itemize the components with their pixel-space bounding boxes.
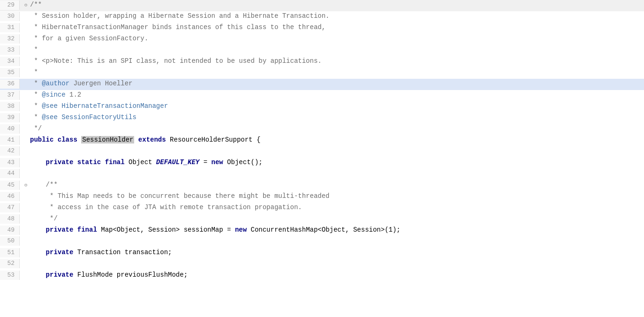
code-line: 34 * <p>Note: This is an SPI class, not …: [0, 56, 644, 68]
code-line: 40 */: [0, 124, 644, 135]
normal-token: Object();: [223, 158, 263, 166]
code-line: 46 * This Map needs to be concurrent bec…: [0, 191, 644, 203]
code-line: 29⊖/**: [0, 0, 644, 11]
keyword-token: public class: [30, 136, 77, 143]
code-line: 32 * for a given SessionFactory.: [0, 34, 644, 45]
normal-token: Transaction transaction;: [73, 249, 172, 256]
line-number: 42: [0, 146, 20, 156]
constant-token: DEFAULT_KEY: [156, 158, 199, 166]
normal-token: Map<Object, Session> sessionMap =: [97, 226, 235, 234]
comment-token: * access in the case of JTA with remote …: [30, 204, 302, 211]
code-content: *: [30, 45, 644, 55]
line-number: 37: [0, 91, 20, 100]
normal-token: ConcurrentHashMap<Object, Session>(1);: [247, 226, 401, 234]
code-content: */: [30, 214, 644, 224]
code-content: /**: [30, 0, 644, 10]
keyword-token: private final: [46, 226, 97, 234]
normal-token: [134, 136, 138, 143]
comment-token: /**: [46, 181, 58, 189]
comment-token: * <p>Note: This is an SPI class, not int…: [30, 57, 322, 65]
line-number: 32: [0, 34, 20, 44]
javadoc-tag-token: @since: [42, 91, 65, 98]
normal-token: [30, 226, 46, 234]
code-content: * access in the case of JTA with remote …: [30, 203, 644, 212]
comment-token: *: [30, 102, 42, 110]
code-content: * for a given SessionFactory.: [30, 34, 644, 44]
comment-token: * This Map needs to be concurrent becaus…: [30, 192, 330, 200]
line-number: 52: [0, 259, 20, 268]
code-line: 39 * @see SessionFactoryUtils: [0, 113, 644, 124]
normal-token: [30, 158, 46, 166]
code-content: * @see SessionFactoryUtils: [30, 113, 644, 122]
comment-token: [58, 113, 61, 121]
code-line: 43 private static final Object DEFAULT_K…: [0, 158, 644, 169]
code-content: * @see HibernateTransactionManager: [30, 101, 644, 111]
line-number: 49: [0, 226, 20, 235]
code-line: 53 private FlushMode previousFlushMode;: [0, 270, 644, 281]
link-token: HibernateTransactionManager: [61, 102, 168, 110]
line-number: 41: [0, 136, 20, 145]
comment-token: * for a given SessionFactory.: [30, 35, 148, 42]
normal-token: FlushMode previousFlushMode;: [73, 271, 188, 279]
comment-token: */: [30, 125, 42, 132]
fold-icon[interactable]: ⊖: [24, 181, 29, 189]
code-line: 42: [0, 146, 644, 158]
code-content: *: [30, 68, 644, 77]
comment-token: 1.2: [66, 91, 82, 98]
code-line: 45⊖ /**: [0, 180, 644, 191]
line-number: 48: [0, 214, 20, 224]
code-content: private static final Object DEFAULT_KEY …: [30, 158, 644, 167]
code-line: 51 private Transaction transaction;: [0, 248, 644, 259]
keyword-token: private static final: [46, 158, 125, 166]
code-line: 41public class SessionHolder extends Res…: [0, 135, 644, 146]
line-number: 36: [0, 79, 20, 89]
comment-token: *: [30, 68, 38, 76]
classname-token: SessionHolder: [81, 136, 134, 143]
code-content: * @author Juergen Hoeller: [30, 79, 644, 89]
comment-token: [58, 102, 61, 110]
code-content: private FlushMode previousFlushMode;: [30, 270, 644, 280]
code-content: public class SessionHolder extends Resou…: [30, 135, 644, 145]
normal-token: [30, 249, 46, 256]
fold-icon[interactable]: ⊖: [24, 1, 29, 9]
normal-token: [30, 181, 46, 189]
code-line: 36 * @author Juergen Hoeller: [0, 79, 644, 90]
comment-token: * HibernateTransactionManager binds inst…: [30, 23, 326, 31]
code-line: 50: [0, 236, 644, 248]
code-line: 31 * HibernateTransactionManager binds i…: [0, 23, 644, 34]
code-content: * <p>Note: This is an SPI class, not int…: [30, 56, 644, 66]
keyword-token: private: [46, 249, 74, 256]
keyword-token: new: [212, 158, 223, 166]
line-number: 30: [0, 12, 20, 21]
comment-token: /**: [30, 1, 42, 8]
line-number: 53: [0, 271, 20, 280]
code-line: 48 */: [0, 214, 644, 225]
code-line: 49 private final Map<Object, Session> se…: [0, 225, 644, 236]
code-line: 37 * @since 1.2: [0, 90, 644, 101]
line-number: 31: [0, 23, 20, 32]
code-line: 47 * access in the case of JTA with remo…: [0, 203, 644, 214]
keyword-token: extends: [138, 136, 166, 143]
line-number: 29: [0, 0, 20, 10]
code-line: 44: [0, 169, 644, 180]
javadoc-tag-token: @author: [42, 80, 69, 87]
code-line: 35 *: [0, 68, 644, 79]
normal-token: ResourceHolderSupport {: [166, 136, 261, 143]
line-number: 40: [0, 124, 20, 134]
javadoc-tag-token: @see: [42, 113, 58, 121]
code-line: 38 * @see HibernateTransactionManager: [0, 101, 644, 113]
line-number: 46: [0, 192, 20, 201]
line-number: 50: [0, 236, 20, 246]
normal-token: [30, 271, 46, 279]
line-number: 33: [0, 45, 20, 55]
code-line: 30 * Session holder, wrapping a Hibernat…: [0, 11, 644, 23]
normal-token: Object: [125, 158, 156, 166]
code-content: * @since 1.2: [30, 90, 644, 100]
keyword-token: new: [235, 226, 247, 234]
code-content: */: [30, 124, 644, 134]
code-line: 33 *: [0, 45, 644, 56]
line-number: 43: [0, 158, 20, 167]
normal-token: [77, 136, 81, 143]
keyword-token: private: [46, 271, 74, 279]
code-content: * Session holder, wrapping a Hibernate S…: [30, 11, 644, 21]
